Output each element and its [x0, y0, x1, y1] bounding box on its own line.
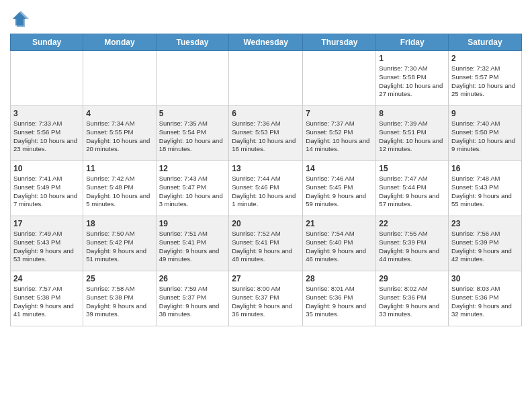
calendar-cell: 21Sunrise: 7:54 AM Sunset: 5:40 PM Dayli… — [303, 216, 376, 271]
calendar-cell — [83, 51, 156, 106]
calendar-cell: 1Sunrise: 7:30 AM Sunset: 5:58 PM Daylig… — [376, 51, 449, 106]
day-info: Sunrise: 7:55 AM Sunset: 5:39 PM Dayligh… — [379, 230, 445, 264]
day-number: 15 — [379, 164, 445, 173]
day-number: 21 — [306, 219, 373, 228]
day-info: Sunrise: 7:54 AM Sunset: 5:40 PM Dayligh… — [306, 230, 373, 264]
day-number: 14 — [306, 164, 373, 173]
day-info: Sunrise: 7:35 AM Sunset: 5:54 PM Dayligh… — [159, 120, 226, 154]
day-info: Sunrise: 7:30 AM Sunset: 5:58 PM Dayligh… — [379, 64, 445, 99]
calendar-cell: 10Sunrise: 7:41 AM Sunset: 5:49 PM Dayli… — [11, 161, 83, 216]
weekday-header-tuesday: Tuesday — [156, 34, 229, 51]
calendar-cell: 5Sunrise: 7:35 AM Sunset: 5:54 PM Daylig… — [156, 106, 229, 161]
day-number: 13 — [232, 164, 300, 173]
calendar-cell: 7Sunrise: 7:37 AM Sunset: 5:52 PM Daylig… — [303, 106, 376, 161]
weekday-header-monday: Monday — [83, 34, 156, 51]
calendar-cell: 26Sunrise: 7:59 AM Sunset: 5:37 PM Dayli… — [156, 271, 229, 326]
calendar-body: 1Sunrise: 7:30 AM Sunset: 5:58 PM Daylig… — [11, 51, 522, 326]
day-number: 9 — [451, 109, 519, 118]
day-number: 19 — [159, 219, 226, 228]
weekday-header-saturday: Saturday — [449, 34, 522, 51]
day-info: Sunrise: 7:48 AM Sunset: 5:43 PM Dayligh… — [451, 175, 519, 209]
calendar-week-3: 10Sunrise: 7:41 AM Sunset: 5:49 PM Dayli… — [11, 161, 522, 216]
calendar-cell: 20Sunrise: 7:52 AM Sunset: 5:41 PM Dayli… — [229, 216, 303, 271]
weekday-header-thursday: Thursday — [303, 34, 376, 51]
day-info: Sunrise: 7:37 AM Sunset: 5:52 PM Dayligh… — [306, 120, 373, 154]
day-info: Sunrise: 7:56 AM Sunset: 5:39 PM Dayligh… — [451, 230, 519, 264]
calendar-cell: 24Sunrise: 7:57 AM Sunset: 5:38 PM Dayli… — [11, 271, 83, 326]
day-info: Sunrise: 7:44 AM Sunset: 5:46 PM Dayligh… — [232, 175, 300, 209]
day-info: Sunrise: 7:32 AM Sunset: 5:57 PM Dayligh… — [451, 64, 519, 99]
day-number: 11 — [86, 164, 152, 173]
calendar-cell: 17Sunrise: 7:49 AM Sunset: 5:43 PM Dayli… — [11, 216, 83, 271]
calendar-cell: 29Sunrise: 8:02 AM Sunset: 5:36 PM Dayli… — [376, 271, 449, 326]
day-info: Sunrise: 7:34 AM Sunset: 5:55 PM Dayligh… — [86, 120, 152, 154]
day-number: 6 — [232, 109, 300, 118]
day-info: Sunrise: 7:49 AM Sunset: 5:43 PM Dayligh… — [13, 230, 80, 264]
calendar-week-4: 17Sunrise: 7:49 AM Sunset: 5:43 PM Dayli… — [11, 216, 522, 271]
weekday-header-sunday: Sunday — [11, 34, 83, 51]
calendar-cell — [156, 51, 229, 106]
calendar-cell: 12Sunrise: 7:43 AM Sunset: 5:47 PM Dayli… — [156, 161, 229, 216]
day-number: 27 — [232, 274, 300, 283]
calendar-cell — [303, 51, 376, 106]
day-number: 10 — [13, 164, 80, 173]
day-info: Sunrise: 7:43 AM Sunset: 5:47 PM Dayligh… — [159, 175, 226, 209]
day-number: 18 — [86, 219, 152, 228]
day-info: Sunrise: 7:47 AM Sunset: 5:44 PM Dayligh… — [379, 175, 445, 209]
calendar-cell: 28Sunrise: 8:01 AM Sunset: 5:36 PM Dayli… — [303, 271, 376, 326]
day-info: Sunrise: 7:39 AM Sunset: 5:51 PM Dayligh… — [379, 120, 445, 154]
day-info: Sunrise: 8:00 AM Sunset: 5:37 PM Dayligh… — [232, 285, 300, 319]
day-number: 22 — [379, 219, 445, 228]
page-container: SundayMondayTuesdayWednesdayThursdayFrid… — [0, 0, 532, 333]
day-info: Sunrise: 8:02 AM Sunset: 5:36 PM Dayligh… — [379, 285, 445, 319]
calendar-cell: 30Sunrise: 8:03 AM Sunset: 5:36 PM Dayli… — [449, 271, 522, 326]
day-number: 1 — [379, 54, 445, 63]
calendar-week-2: 3Sunrise: 7:33 AM Sunset: 5:56 PM Daylig… — [11, 106, 522, 161]
day-number: 28 — [306, 274, 373, 283]
day-number: 3 — [13, 109, 80, 118]
day-number: 17 — [13, 219, 80, 228]
calendar-cell: 25Sunrise: 7:58 AM Sunset: 5:38 PM Dayli… — [83, 271, 156, 326]
calendar-cell: 3Sunrise: 7:33 AM Sunset: 5:56 PM Daylig… — [11, 106, 83, 161]
day-number: 16 — [451, 164, 519, 173]
day-info: Sunrise: 7:40 AM Sunset: 5:50 PM Dayligh… — [451, 120, 519, 154]
day-info: Sunrise: 7:41 AM Sunset: 5:49 PM Dayligh… — [13, 175, 80, 209]
day-number: 5 — [159, 109, 226, 118]
calendar-cell: 14Sunrise: 7:46 AM Sunset: 5:45 PM Dayli… — [303, 161, 376, 216]
calendar-cell: 8Sunrise: 7:39 AM Sunset: 5:51 PM Daylig… — [376, 106, 449, 161]
logo-icon — [10, 9, 29, 28]
weekday-header-wednesday: Wednesday — [229, 34, 303, 51]
day-info: Sunrise: 7:50 AM Sunset: 5:42 PM Dayligh… — [86, 230, 152, 264]
day-info: Sunrise: 7:42 AM Sunset: 5:48 PM Dayligh… — [86, 175, 152, 209]
day-info: Sunrise: 7:57 AM Sunset: 5:38 PM Dayligh… — [13, 285, 80, 319]
day-number: 4 — [86, 109, 152, 118]
calendar-cell: 9Sunrise: 7:40 AM Sunset: 5:50 PM Daylig… — [449, 106, 522, 161]
day-number: 7 — [306, 109, 373, 118]
day-number: 29 — [379, 274, 445, 283]
day-number: 24 — [13, 274, 80, 283]
day-number: 2 — [451, 54, 519, 63]
day-number: 8 — [379, 109, 445, 118]
calendar-cell: 11Sunrise: 7:42 AM Sunset: 5:48 PM Dayli… — [83, 161, 156, 216]
day-info: Sunrise: 7:33 AM Sunset: 5:56 PM Dayligh… — [13, 120, 80, 154]
calendar-cell: 13Sunrise: 7:44 AM Sunset: 5:46 PM Dayli… — [229, 161, 303, 216]
calendar-cell: 15Sunrise: 7:47 AM Sunset: 5:44 PM Dayli… — [376, 161, 449, 216]
day-number: 30 — [451, 274, 519, 283]
calendar-cell: 16Sunrise: 7:48 AM Sunset: 5:43 PM Dayli… — [449, 161, 522, 216]
day-info: Sunrise: 7:51 AM Sunset: 5:41 PM Dayligh… — [159, 230, 226, 264]
day-number: 23 — [451, 219, 519, 228]
day-info: Sunrise: 7:52 AM Sunset: 5:41 PM Dayligh… — [232, 230, 300, 264]
header — [10, 7, 522, 28]
calendar-week-5: 24Sunrise: 7:57 AM Sunset: 5:38 PM Dayli… — [11, 271, 522, 326]
calendar-cell: 19Sunrise: 7:51 AM Sunset: 5:41 PM Dayli… — [156, 216, 229, 271]
calendar-table: SundayMondayTuesdayWednesdayThursdayFrid… — [10, 34, 522, 326]
day-info: Sunrise: 7:46 AM Sunset: 5:45 PM Dayligh… — [306, 175, 373, 209]
day-info: Sunrise: 7:59 AM Sunset: 5:37 PM Dayligh… — [159, 285, 226, 319]
day-info: Sunrise: 7:36 AM Sunset: 5:53 PM Dayligh… — [232, 120, 300, 154]
calendar-cell: 23Sunrise: 7:56 AM Sunset: 5:39 PM Dayli… — [449, 216, 522, 271]
day-info: Sunrise: 8:03 AM Sunset: 5:36 PM Dayligh… — [451, 285, 519, 319]
day-info: Sunrise: 7:58 AM Sunset: 5:38 PM Dayligh… — [86, 285, 152, 319]
calendar-cell: 6Sunrise: 7:36 AM Sunset: 5:53 PM Daylig… — [229, 106, 303, 161]
calendar-cell — [229, 51, 303, 106]
day-number: 20 — [232, 219, 300, 228]
